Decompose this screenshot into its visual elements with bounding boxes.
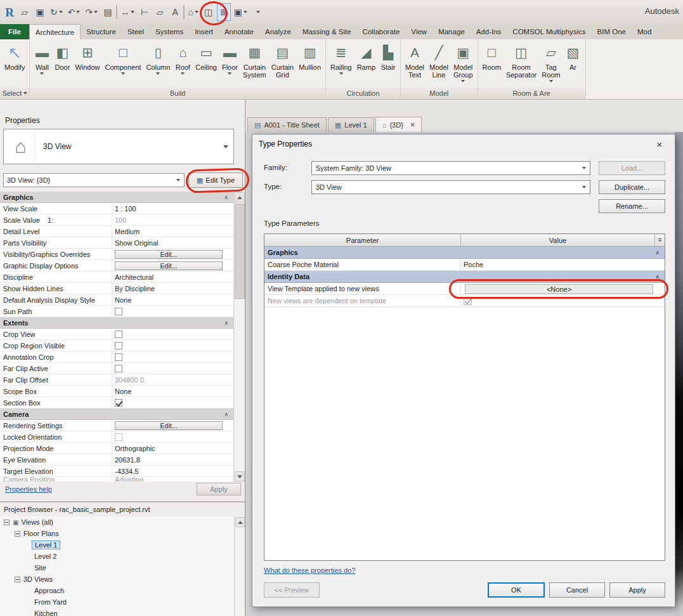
- tab-annotate[interactable]: Annotate: [219, 24, 259, 39]
- collapse-chevron-icon[interactable]: ∧: [655, 249, 660, 256]
- row-detail-level[interactable]: Detail Level Medium Medium ∧: [0, 226, 233, 237]
- edit-button[interactable]: Edit...: [115, 421, 223, 430]
- tab-manage[interactable]: Manage: [433, 24, 471, 39]
- qat-separator[interactable]: [183, 5, 185, 19]
- tab-add-ins[interactable]: Add-Ins: [471, 24, 507, 39]
- tab-bim-one[interactable]: BIM One: [592, 24, 632, 39]
- row-visibility-graphics-overrides[interactable]: Visibility/Graphics Overrides Edit... Ed…: [0, 249, 233, 260]
- checkbox[interactable]: [115, 433, 122, 441]
- section-icon[interactable]: ◫: [202, 3, 216, 21]
- row-new-views-dependent[interactable]: New views are dependent on template ∧: [264, 295, 665, 307]
- floor-button[interactable]: ▬ Floor: [219, 41, 240, 88]
- row-coarse-poche-material[interactable]: Coarse Poche Material Poche Poche ∧: [264, 259, 665, 271]
- sync-with-central-icon[interactable]: ↻: [48, 3, 65, 21]
- tab-view[interactable]: View: [405, 24, 433, 39]
- curtain-grid-button[interactable]: ▤ Curtain Grid: [269, 41, 296, 88]
- scroll-up-icon[interactable]: [235, 192, 245, 202]
- cancel-button[interactable]: Cancel: [549, 582, 605, 598]
- family-combo[interactable]: System Family: 3D View: [311, 161, 590, 175]
- row-scope-box[interactable]: Scope Box None None ∧: [0, 386, 233, 397]
- tab-massing-site[interactable]: Massing & Site: [297, 24, 357, 39]
- tree-level-1[interactable]: Level 1: [0, 539, 233, 551]
- tag-by-category-icon[interactable]: ▱: [153, 3, 167, 21]
- panel-label-build[interactable]: Build: [30, 88, 325, 99]
- column-button[interactable]: ▯ Column: [143, 41, 172, 88]
- dialog-help-link[interactable]: What do these properties do?: [264, 567, 355, 574]
- row-section-box[interactable]: Section Box ∧: [0, 397, 233, 409]
- row-far-clip-active[interactable]: Far Clip Active ∧: [0, 363, 233, 374]
- customize-qat-caret[interactable]: [250, 3, 264, 21]
- tab-comsol-multiphysics[interactable]: COMSOL Multiphysics: [507, 24, 591, 39]
- redo-icon[interactable]: ↷: [83, 3, 100, 21]
- room-button[interactable]: □ Room: [480, 41, 504, 88]
- close-icon[interactable]: ×: [651, 137, 668, 151]
- open-icon[interactable]: ▱: [18, 3, 32, 21]
- row-discipline[interactable]: Discipline Architectural Architectural ∧: [0, 272, 233, 283]
- collapse-chevron-icon[interactable]: ∧: [224, 194, 228, 200]
- checkbox[interactable]: [115, 342, 122, 350]
- tab-3d[interactable]: ⌂ {3D} ×: [375, 117, 422, 132]
- tab-level-1[interactable]: ▦ Level 1 ×: [328, 117, 374, 132]
- tab-structure[interactable]: Structure: [81, 24, 122, 39]
- model-group-button[interactable]: ▣ Model Group: [451, 41, 476, 88]
- close-tab-icon[interactable]: ×: [410, 121, 415, 129]
- ramp-button[interactable]: ◢ Ramp: [355, 41, 378, 88]
- dialog-titlebar[interactable]: Type Properties ×: [252, 134, 675, 154]
- preview-button[interactable]: << Preview: [264, 582, 320, 598]
- edit-type-button[interactable]: ▦ Edit Type: [188, 173, 243, 188]
- collapse-chevron-icon[interactable]: ∧: [224, 411, 228, 417]
- area-button[interactable]: ▧ Ar: [563, 41, 583, 88]
- checkbox[interactable]: [115, 365, 122, 372]
- scroll-up-icon[interactable]: [235, 517, 245, 527]
- row-locked-orientation[interactable]: Locked Orientation ∧: [0, 431, 233, 443]
- component-button[interactable]: □ Component: [103, 41, 144, 88]
- row-crop-view[interactable]: Crop View ∧: [0, 329, 233, 340]
- print-icon[interactable]: ▤: [101, 3, 115, 21]
- browser-scrollbar[interactable]: [234, 516, 245, 616]
- row-crop-region-visible[interactable]: Crop Region Visible ∧: [0, 340, 233, 351]
- scroll-down-icon[interactable]: [235, 471, 245, 482]
- window-button[interactable]: ⊞ Window: [72, 41, 102, 88]
- tab-modify[interactable]: Mod: [632, 24, 657, 39]
- model-text-button[interactable]: A Model Text: [403, 41, 427, 88]
- tab-insert[interactable]: Insert: [189, 24, 219, 39]
- default-3d-view-icon[interactable]: ⌂: [186, 3, 200, 21]
- section-graphics[interactable]: Graphics ∧: [0, 192, 233, 203]
- collapse-chevron-icon[interactable]: ∧: [224, 320, 228, 326]
- header-parameter[interactable]: Parameter: [264, 234, 461, 246]
- row-annotation-crop[interactable]: Annotation Crop ∧: [0, 351, 233, 363]
- qat-separator[interactable]: [116, 5, 117, 19]
- row-target-elevation[interactable]: Target Elevation -4334.5 -4334.5 ∧: [0, 466, 233, 477]
- row-camera-position[interactable]: Camera Position Adjusting Adjusting ∧: [0, 477, 233, 482]
- panel-label-circulation[interactable]: Circulation: [326, 88, 400, 99]
- tree-expander[interactable]: [4, 520, 10, 525]
- checkbox[interactable]: [115, 308, 122, 315]
- row-rendering-settings[interactable]: Rendering Settings Edit... Edit... ∧: [0, 420, 233, 431]
- duplicate-button[interactable]: Duplicate...: [599, 180, 665, 194]
- ok-button[interactable]: OK: [488, 582, 545, 598]
- aligned-dimension-icon[interactable]: ⊢: [138, 3, 152, 21]
- tab-systems[interactable]: Systems: [150, 24, 189, 39]
- tree-approach[interactable]: Approach: [0, 585, 233, 596]
- header-value[interactable]: Value: [461, 234, 655, 246]
- tree-3d-views[interactable]: 3D Views: [0, 573, 233, 585]
- row-parts-visibility[interactable]: Parts Visibility Show Original Show Orig…: [0, 237, 233, 249]
- apply-button[interactable]: Apply: [609, 582, 665, 598]
- row-default-analysis-display-style[interactable]: Default Analysis Display Style None None…: [0, 294, 233, 306]
- railing-button[interactable]: ≣ Railing: [328, 41, 355, 88]
- checkbox[interactable]: [115, 331, 122, 338]
- door-button[interactable]: ◧ Door: [52, 41, 72, 88]
- tab-architecture[interactable]: Architecture: [29, 24, 81, 39]
- tag-room-button[interactable]: ▱ Tag Room: [539, 41, 563, 88]
- tree-level-2[interactable]: Level 2: [0, 551, 233, 562]
- modify-button[interactable]: ↖ Modify: [2, 41, 27, 88]
- row-far-clip-offset[interactable]: Far Clip Offset 304800.0 304800.0 ∧: [0, 374, 233, 386]
- edit-button[interactable]: Edit...: [115, 261, 223, 270]
- tab-analyze[interactable]: Analyze: [259, 24, 297, 39]
- ceiling-button[interactable]: ▭ Ceiling: [193, 41, 219, 88]
- scrollbar-thumb[interactable]: [235, 204, 245, 299]
- tab-a001-title-sheet[interactable]: ▤ A001 - Title Sheet ×: [247, 117, 327, 132]
- panel-label-select[interactable]: Select: [0, 88, 29, 99]
- view-type-combo[interactable]: 3D View: {3D}: [3, 173, 185, 187]
- group-graphics[interactable]: Graphics ∧: [264, 247, 665, 259]
